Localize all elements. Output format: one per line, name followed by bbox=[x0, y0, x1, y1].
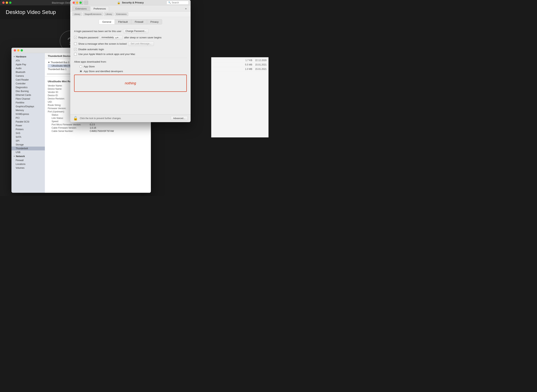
sidebar-item-sas[interactable]: SAS bbox=[11, 131, 45, 135]
sidebar-item-applepay[interactable]: Apple Pay bbox=[11, 63, 45, 66]
radio-identified[interactable] bbox=[80, 70, 82, 73]
apple-watch-row: Use your Apple Watch to unlock apps and … bbox=[74, 53, 187, 56]
security-window: ‹ › ⋮⋮ 🔒 Security & Privacy 🔍 Extensions… bbox=[70, 0, 191, 122]
sec-min-btn[interactable] bbox=[76, 1, 78, 4]
sidebar-item-power[interactable]: Power bbox=[11, 124, 45, 127]
login-password-text: A login password has been set for this u… bbox=[74, 30, 122, 33]
disable-autologin-row: Disable automatic login bbox=[74, 48, 187, 51]
file-row-1: 1.7 KB 22.12.2020 bbox=[213, 58, 267, 63]
sidebar-item-cardreader[interactable]: Card Reader bbox=[11, 78, 45, 82]
require-password-label: Require password bbox=[78, 36, 98, 39]
nothing-text: nothing bbox=[125, 81, 136, 85]
radio-identified-label: App Store and identified developers bbox=[84, 70, 123, 73]
sidebar-item-nvme[interactable]: NVMExpress bbox=[11, 112, 45, 116]
require-password-suffix: after sleep or screen saver begins bbox=[124, 36, 162, 39]
tab-preferences[interactable]: Preferences bbox=[90, 6, 109, 11]
sidebar-item-graphics[interactable]: Graphics/Displays bbox=[11, 105, 45, 108]
file-list: 1.7 KB 22.12.2020 5.5 MB 15.01.2021 1.0 … bbox=[211, 57, 268, 72]
new-tab-btn[interactable]: + bbox=[183, 6, 189, 11]
sidebar-item-pci[interactable]: PCI bbox=[11, 116, 45, 120]
traffic-lights bbox=[2, 1, 11, 4]
sidebar-item-memory[interactable]: Memory bbox=[11, 108, 45, 112]
sidebar-item-printers[interactable]: Printers bbox=[11, 127, 45, 131]
sidebar-item-spi[interactable]: SPI bbox=[11, 139, 45, 143]
sec-footer-text: Click the lock to prevent further change… bbox=[80, 117, 169, 120]
file-date-1: 22.12.2020 bbox=[255, 59, 267, 62]
detail-row-portmicro: Port Micro Firmware Version: 0.2.5 bbox=[48, 123, 148, 126]
sec-title-center: 🔒 Security & Privacy bbox=[117, 1, 144, 4]
change-password-btn[interactable]: Change Password... bbox=[123, 29, 149, 33]
detail-value-portmicro: 0.2.5 bbox=[90, 123, 95, 126]
network-arrow: ▼ bbox=[13, 155, 15, 157]
minimize-button[interactable] bbox=[6, 1, 8, 4]
tab-filevault[interactable]: FileVault bbox=[115, 19, 131, 24]
apple-watch-label: Use your Apple Watch to unlock apps and … bbox=[78, 53, 135, 56]
allow-apps-row: Allow apps downloaded from: bbox=[74, 60, 187, 63]
maximize-button[interactable] bbox=[9, 1, 11, 4]
sidebar-item-parallelscsi[interactable]: Parallel SCSI bbox=[11, 120, 45, 124]
sidebar-item-usb[interactable]: USB bbox=[11, 150, 45, 154]
sidebar-item-discburning[interactable]: Disc Burning bbox=[11, 89, 45, 93]
sec-search-bar[interactable]: 🔍 bbox=[166, 1, 189, 5]
sec-close-btn[interactable] bbox=[73, 1, 75, 4]
show-message-checkbox[interactable] bbox=[74, 42, 77, 45]
detail-label-portmicro: Port Micro Firmware Version: bbox=[52, 123, 90, 126]
tab-privacy[interactable]: Privacy bbox=[147, 19, 162, 24]
apple-watch-checkbox[interactable] bbox=[74, 53, 77, 56]
sysinfo-close-btn[interactable] bbox=[14, 49, 16, 51]
sidebar-item-ethernetcards[interactable]: Ethernet Cards bbox=[11, 93, 45, 97]
radio-appstore[interactable] bbox=[80, 65, 82, 68]
tab-extensions[interactable]: Extensions bbox=[72, 6, 90, 11]
sysinfo-max-btn[interactable] bbox=[21, 49, 23, 51]
sidebar-item-volumes[interactable]: Volumes bbox=[11, 166, 45, 170]
radio-identified-row: App Store and identified developers bbox=[74, 70, 187, 73]
sidebar-item-thunderbolt[interactable]: Thunderbolt bbox=[11, 147, 45, 150]
subtab-staged[interactable]: StagedExtensions bbox=[83, 12, 103, 16]
advanced-btn[interactable]: Advanced... bbox=[171, 116, 188, 121]
close-button[interactable] bbox=[2, 1, 5, 4]
sec-grid-btn[interactable]: ⋮⋮ bbox=[84, 0, 88, 5]
sidebar-item-storage[interactable]: Storage bbox=[11, 143, 45, 147]
sidebar-item-locations[interactable]: Locations bbox=[11, 162, 45, 166]
show-message-row: Show a message when the screen is locked… bbox=[74, 42, 187, 46]
footer-lock-icon[interactable]: 🔓 bbox=[73, 116, 78, 121]
password-timing-dropdown[interactable]: immediately ▲▼ bbox=[100, 35, 122, 39]
file-size-1: 1.7 KB bbox=[245, 59, 252, 62]
file-date-2: 15.01.2021 bbox=[255, 63, 267, 66]
detail-row-cablefirmware: Cable Firmware Version: 1.0.16 bbox=[48, 126, 148, 129]
file-row-3: 1.0 MB 15.01.2021 bbox=[213, 67, 267, 71]
tab-general[interactable]: General bbox=[99, 19, 115, 24]
disable-autologin-checkbox[interactable] bbox=[74, 48, 77, 51]
sidebar-item-fibrechannel[interactable]: Fibre Channel bbox=[11, 97, 45, 101]
search-input[interactable] bbox=[172, 1, 187, 4]
file-list-panel: 1.7 KB 22.12.2020 5.5 MB 15.01.2021 1.0 … bbox=[211, 57, 268, 137]
require-password-checkbox[interactable] bbox=[74, 36, 77, 39]
hardware-label: Hardware bbox=[16, 55, 26, 58]
sidebar-item-firewall[interactable]: Firewall bbox=[11, 159, 45, 162]
subtab-extensions[interactable]: Extensions bbox=[115, 12, 128, 16]
pref-tabbar: Extensions Preferences + bbox=[70, 5, 191, 11]
sidebar-item-camera[interactable]: Camera bbox=[11, 74, 45, 78]
radio-appstore-row: App Store bbox=[74, 65, 187, 68]
detail-value-cablefirmware: 1.0.16 bbox=[90, 126, 96, 129]
subtab-library2[interactable]: Library bbox=[104, 12, 114, 16]
sec-max-btn[interactable] bbox=[80, 1, 82, 4]
tab-firewall[interactable]: Firewall bbox=[131, 19, 147, 24]
sidebar-item-firewire[interactable]: FireWire bbox=[11, 101, 45, 105]
sysinfo-min-btn[interactable] bbox=[17, 49, 19, 51]
sidebar-item-controller[interactable]: Controller bbox=[11, 82, 45, 85]
set-lock-message-btn[interactable]: Set Lock Message... bbox=[128, 42, 154, 46]
lock-icon: 🔒 bbox=[117, 1, 120, 4]
sidebar-item-ata[interactable]: ATA bbox=[11, 59, 45, 63]
sec-footer: 🔓 Click the lock to prevent further chan… bbox=[70, 114, 191, 122]
sidebar-item-bluetooth[interactable]: Bluetooth bbox=[11, 70, 45, 74]
subtab-library1[interactable]: Library bbox=[72, 12, 82, 16]
sidebar-hardware-header[interactable]: ▼ Hardware bbox=[11, 55, 45, 59]
sidebar-network-header[interactable]: ▼ Network bbox=[11, 154, 45, 159]
radio-appstore-label: App Store bbox=[84, 65, 95, 68]
sidebar-item-diagnostics[interactable]: Diagnostics bbox=[11, 85, 45, 89]
sidebar-item-audio[interactable]: Audio bbox=[11, 66, 45, 70]
sidebar-item-sata[interactable]: SATA bbox=[11, 135, 45, 139]
sysinfo-traffic-lights bbox=[14, 49, 23, 51]
sec-divider bbox=[74, 58, 187, 58]
